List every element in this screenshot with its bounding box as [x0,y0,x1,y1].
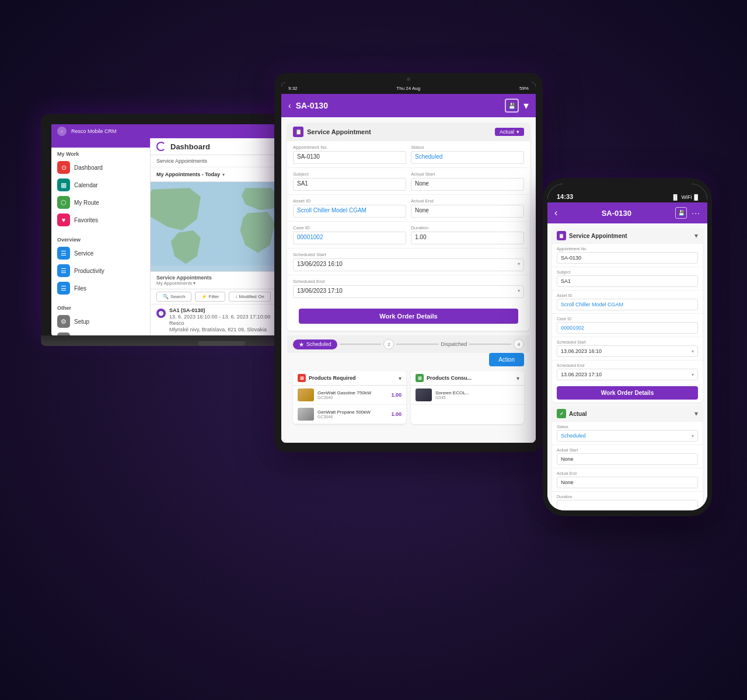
phone-notch [598,184,657,197]
phone-status-value: Scheduled ▾ [557,430,698,442]
product-item-3[interactable]: Sonnen ECOL... I2345 [411,386,524,405]
appointment-no-value: SA-0130 [293,151,406,164]
tablet-more-button[interactable]: ▾ [523,99,529,112]
phone-duration-row: Duration [552,491,703,510]
laptop-sidebar: My Work ⊙ Dashboard ▦ Calendar ⬡ My Rout… [51,138,151,335]
productivity-icon: ☰ [57,264,70,277]
sidebar-item-service[interactable]: ☰ Service [51,244,150,262]
work-order-details-button[interactable]: Work Order Details [299,309,518,324]
asset-id-value[interactable]: Scroll Chiller Model CGAM [293,205,406,218]
phone-case-id[interactable]: 00001002 [557,322,698,334]
appointment-clock-icon: 🕐 [156,309,166,318]
product-item-2[interactable]: GenWatt Propane 500kW GC3046 1.00 [293,405,406,424]
phone-subject: SA1 [557,275,698,287]
phone-actual-icon: ✓ [557,409,566,418]
tablet-date: Thu 24 Aug [396,86,420,91]
refresh-icon[interactable] [156,142,166,151]
sidebar-field-service [51,138,150,148]
sidebar-item-calendar[interactable]: ▦ Calendar [51,176,150,194]
search-button[interactable]: 🔍 Search [156,292,191,302]
favorites-icon: ♥ [57,214,70,226]
products-consumed-panel: ⊞ Products Consu... ▾ Sonnen EC [411,371,524,424]
phone-work-order-button[interactable]: Work Order Details [557,386,698,400]
phone-scheduled-end: 13.06.2023 17:10 ▾ [557,369,698,380]
service-appointment-section: 📋 Service Appointment Actual ▾ [287,123,530,331]
phone-case-row: Case ID 00001002 [552,313,703,337]
status-value: Scheduled [411,151,524,164]
route-icon: ⬡ [57,196,70,209]
sidebar-item-dashboard[interactable]: ⊙ Dashboard [51,159,150,176]
product-thumb-1 [298,388,314,401]
phone-actual-end: None [557,477,698,488]
sidebar-item-about[interactable]: ℹ About [51,330,150,335]
section-label: Service Appointments [156,158,207,164]
products-required-panel: ⊞ Products Required ▾ GenWatt G [293,371,406,424]
subject-value: SA1 [293,178,406,191]
phone-record-title: SA-0130 [602,209,631,218]
actual-end-value: None [411,205,524,218]
tablet-record-title: SA-0130 [296,101,328,110]
action-button[interactable]: Action [489,353,524,366]
scheduled-start-value: 13/06/2023 16:10 ▾ [293,258,524,271]
laptop-app-name: Resco Mobile CRM [71,128,117,134]
product-thumb-2 [298,408,314,421]
tablet-battery: 59% [519,86,529,91]
tablet-back-button[interactable]: ‹ [288,101,291,110]
sidebar-item-productivity[interactable]: ☰ Productivity [51,262,150,279]
phone-scheduled-start: 13.06.2023 16:10 ▾ [557,345,698,357]
phone-asset-row: Asset ID Scroll Chiller Model CGAM [552,290,703,313]
tablet-save-button[interactable]: 💾 [505,99,519,113]
duration-value: 1.00 [411,232,524,244]
sidebar-item-my-route[interactable]: ⬡ My Route [51,194,150,211]
main-title: Dashboard [170,142,210,151]
phone-section-collapse[interactable]: ▾ [694,232,698,240]
products-required-dropdown[interactable]: ▾ [399,375,402,382]
actual-start-value: None [411,178,524,191]
case-id-value[interactable]: 00001002 [293,232,406,244]
appointment-time: 13. 6. 2023 16:10:00 - 13. 6. 2023 17:10… [169,314,270,320]
phone-back-button[interactable]: ‹ [554,208,557,218]
product-thumb-3 [416,388,432,401]
phone-more-button[interactable]: ··· [692,208,700,218]
sort-button[interactable]: ↓ Modified On [229,292,270,302]
sidebar-item-favorites[interactable]: ♥ Favorites [51,211,150,229]
service-appointment-icon: 📋 [293,127,303,137]
appointment-no-row: Appointment No. SA-0130 Status Scheduled [287,141,530,167]
appointment-address: Mlynské nivy, Bratislava, 821 09, Slovak… [169,327,270,332]
subject-row: Subject SA1 Actual Start None [287,167,530,194]
phone-device: 14:33 ▐▌ WiFi █ ‹ SA-0130 💾 ··· [543,178,712,516]
tablet-device: 9:32 Thu 24 Aug 59% ‹ SA-0130 💾 ▾ [274,73,543,452]
phone-actual-collapse[interactable]: ▾ [694,410,698,418]
phone-asset-id[interactable]: Scroll Chiller Model CGAM [557,299,698,310]
phone-wifi-icon: WiFi [682,194,692,200]
phone-actual-start: None [557,453,698,465]
filter-button[interactable]: ⚡ Filter [195,292,225,302]
appointments-tab[interactable]: My Appointments - Today [156,172,220,177]
files-icon: ☰ [57,282,70,295]
search-icon: 🔍 [163,294,169,299]
status-scheduled-pill: ★ Scheduled [293,340,337,349]
setup-icon: ⚙ [57,315,70,328]
sidebar-section-my-work: My Work [51,148,150,159]
phone-save-button[interactable]: 💾 [675,207,687,219]
actual-badge: Actual ▾ [495,128,524,136]
products-consumed-dropdown[interactable]: ▾ [516,375,519,382]
asset-row: Asset ID Scroll Chiller Model CGAM Actua… [287,194,530,221]
product-item-1[interactable]: GenWatt Gasoline 750kW GC3040 1.00 [293,386,406,405]
tablet-content: 📋 Service Appointment Actual ▾ [281,117,536,443]
phone-header: ‹ SA-0130 💾 ··· [547,202,707,223]
sidebar-item-setup[interactable]: ⚙ Setup [51,313,150,330]
calendar-icon: ▦ [57,178,70,191]
phone-actual-end-row: Actual End None [552,468,703,491]
status-dispatched: Dispatched [441,341,467,347]
products-section: ⊞ Products Required ▾ GenWatt G [287,371,530,430]
products-required-icon: ⊞ [298,374,306,382]
scheduled-end-value: 13/06/2023 17:10 ▾ [293,285,524,298]
scheduled-end-row: Scheduled End 13/06/2023 17:10 ▾ [287,275,530,302]
products-consumed-icon: ⊞ [416,374,424,382]
tablet-header: ‹ SA-0130 💾 ▾ [281,94,536,117]
sidebar-item-files[interactable]: ☰ Files [51,279,150,297]
phone-service-icon: 📋 [557,231,566,240]
tablet-status-bar: 9:32 Thu 24 Aug 59% [281,82,536,94]
laptop-back-button[interactable]: ‹ [57,127,67,136]
